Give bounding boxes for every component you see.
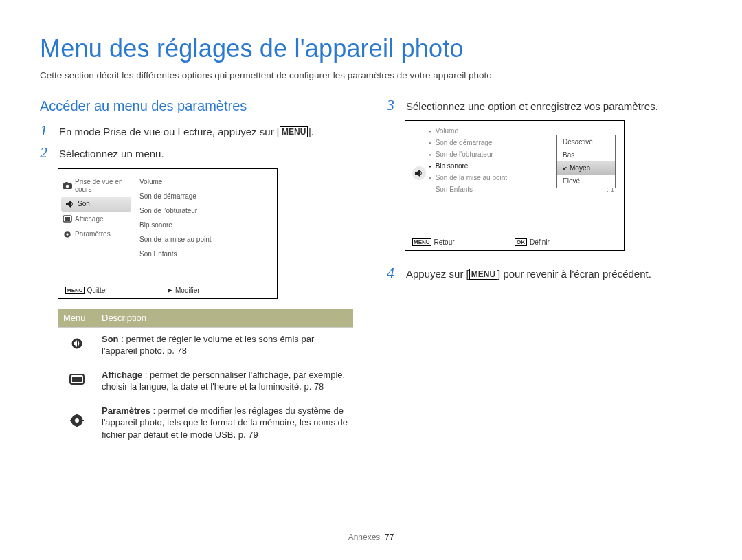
menu-key-label: MENU	[280, 126, 308, 137]
row-title: Affichage	[102, 370, 142, 380]
ok-badge-icon: OK	[515, 238, 527, 246]
row-body: : permet de régler le volume et les sons…	[102, 334, 314, 357]
sidebar-label: Son	[78, 200, 90, 208]
list-item: Son de l'obturateur	[139, 203, 273, 218]
sidebar-item-sound: Son	[61, 197, 131, 212]
list-item: Son Enfants	[436, 186, 473, 193]
table-row: Paramètres : permet de modifier les régl…	[58, 399, 353, 446]
menu-description-table: Menu Description Son : permet de régler …	[58, 309, 353, 447]
menu-badge-icon: MENU	[412, 238, 431, 246]
display-icon	[63, 215, 72, 223]
camera-icon	[63, 181, 72, 190]
row-title: Paramètres	[102, 405, 150, 416]
menu-badge-icon: MENU	[65, 287, 85, 294]
step-number: 2	[40, 146, 52, 159]
svg-rect-1	[65, 182, 68, 184]
intro-text: Cette section décrit les différentes opt…	[40, 70, 702, 80]
list-item: Son de démarrage	[139, 189, 273, 203]
list-item: Son de démarrage	[436, 139, 493, 146]
page-title: Menu des réglages de l'appareil photo	[40, 34, 702, 63]
step-3: 3 Sélectionnez une option et enregistrez…	[387, 98, 702, 113]
list-item: Volume	[436, 127, 458, 135]
section-heading: Accéder au menu des paramètres	[40, 98, 355, 114]
table-header-menu: Menu	[58, 309, 96, 328]
gear-icon	[69, 414, 85, 427]
svg-point-7	[66, 233, 68, 235]
svg-point-13	[75, 418, 79, 423]
list-item: Volume	[139, 175, 273, 189]
step-2: 2 Sélectionnez un menu.	[40, 146, 355, 161]
sidebar-item-display: Affichage	[58, 212, 134, 227]
svg-rect-11	[72, 377, 82, 382]
list-item: Bip sonore	[139, 218, 273, 232]
step2-text: Sélectionnez un menu.	[59, 146, 355, 161]
list-item: Son de l'obturateur	[436, 150, 493, 158]
svg-marker-3	[66, 201, 71, 208]
row-title: Son	[102, 334, 119, 344]
step-number: 3	[387, 98, 399, 112]
sidebar-item-settings: Paramètres	[58, 227, 134, 242]
camera-menu-screenshot-2: ●Volume ●Son de démarrage ●Son de l'obtu…	[405, 120, 625, 251]
step-1: 1 En mode Prise de vue ou Lecture, appuy…	[40, 124, 355, 139]
popup-option: Bas	[557, 148, 615, 161]
svg-rect-16	[70, 420, 72, 421]
play-icon: ▶	[168, 287, 172, 293]
step-number: 1	[40, 124, 52, 137]
svg-point-2	[66, 184, 69, 188]
popup-option: Elevé	[557, 175, 615, 188]
step-number: 4	[387, 266, 399, 280]
table-header-description: Description	[96, 309, 353, 328]
svg-rect-15	[76, 425, 78, 427]
step4-post: ] pour revenir à l'écran précédent.	[497, 268, 651, 280]
value-popup: Désactivé Bas Moyen Elevé	[556, 135, 616, 188]
table-row: Son : permet de régler le volume et les …	[58, 327, 353, 363]
list-item: Son Enfants	[139, 247, 273, 261]
svg-rect-5	[65, 217, 70, 221]
camera-menu-screenshot-1: Prise de vue en cours Son	[58, 168, 278, 299]
menu-key-label: MENU	[469, 269, 497, 280]
footer-page-number: 77	[385, 533, 394, 542]
gear-icon	[63, 230, 72, 238]
page-footer: Annexes 77	[0, 533, 742, 542]
footer-return-label: Retour	[434, 238, 455, 246]
sidebar-label: Prise de vue en cours	[75, 178, 130, 193]
sidebar-label: Affichage	[75, 215, 104, 223]
svg-rect-14	[76, 414, 78, 416]
footer-define-label: Définir	[530, 238, 550, 246]
step3-text: Sélectionnez une option et enregistrez v…	[406, 98, 702, 113]
list-item: Bip sonore	[436, 162, 469, 170]
footer-modify-label: Modifier	[175, 287, 200, 294]
sound-icon	[65, 200, 75, 208]
sidebar-label: Paramètres	[75, 230, 111, 238]
svg-marker-18	[415, 170, 420, 177]
step-4: 4 Appuyez sur [MENU] pour revenir à l'éc…	[387, 266, 702, 281]
list-item: Son de la mise au point	[139, 232, 273, 247]
svg-rect-17	[82, 420, 84, 421]
list-item: Son de la mise au point	[436, 174, 508, 181]
display-icon	[69, 373, 85, 385]
table-row: Affichage : permet de personnaliser l'af…	[58, 363, 353, 399]
footer-quit-label: Quitter	[87, 287, 108, 294]
sidebar-item-shooting: Prise de vue en cours	[58, 175, 134, 197]
step1-pre: En mode Prise de vue ou Lecture, appuyez…	[59, 126, 280, 137]
popup-option: Désactivé	[557, 135, 615, 148]
step1-post: ].	[308, 126, 313, 137]
popup-option-selected: Moyen	[557, 161, 615, 175]
step4-pre: Appuyez sur [	[406, 268, 469, 280]
footer-section-label: Annexes	[348, 533, 381, 542]
sound-icon	[69, 337, 85, 350]
